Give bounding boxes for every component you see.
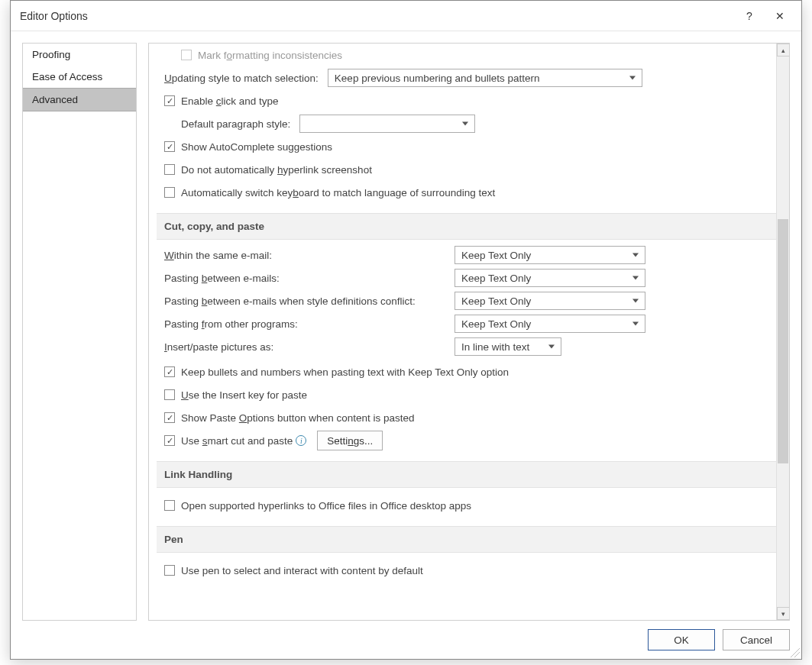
select-between-conflict[interactable]: Keep Text Only <box>455 292 645 310</box>
row-updating-style: Updating style to match selection: Keep … <box>157 66 776 89</box>
editor-options-dialog: Editor Options ? ✕ Proofing Ease of Acce… <box>10 0 802 660</box>
label-updating-style: Updating style to match selection: <box>164 73 319 84</box>
row-default-paragraph-style: Default paragraph style: <box>157 112 776 135</box>
row-mark-formatting: Mark formatting inconsistencies <box>157 44 776 66</box>
select-updating-style[interactable]: Keep previous numbering and bullets patt… <box>328 69 642 87</box>
label-smart-cut-paste: Use smart cut and paste <box>181 435 293 447</box>
label-between-conflict: Pasting between e-mails when style defin… <box>164 292 455 310</box>
section-cut-copy-paste: Cut, copy, and paste <box>157 213 776 240</box>
checkbox-auto-switch-keyboard[interactable] <box>164 187 175 198</box>
row-enable-click-type: Enable click and type <box>157 89 776 112</box>
checkbox-no-auto-hyperlink[interactable] <box>164 164 175 175</box>
row-show-autocomplete: Show AutoComplete suggestions <box>157 135 776 158</box>
label-within-same: Within the same e-mail: <box>164 247 455 264</box>
label-mark-formatting: Mark formatting inconsistencies <box>198 50 342 61</box>
checkbox-smart-cut-paste[interactable] <box>164 435 175 446</box>
sidebar-item-ease-of-access[interactable]: Ease of Access <box>23 66 136 88</box>
content-scroll: Mark formatting inconsistencies Updating… <box>149 44 776 620</box>
checkbox-show-autocomplete[interactable] <box>164 141 175 152</box>
row-no-auto-hyperlink: Do not automatically hyperlink screensho… <box>157 158 776 181</box>
select-between[interactable]: Keep Text Only <box>455 269 645 287</box>
sidebar-item-advanced[interactable]: Advanced <box>23 88 136 111</box>
cancel-button[interactable]: Cancel <box>723 629 790 650</box>
scroll-thumb[interactable] <box>778 219 788 463</box>
select-between-value: Keep Text Only <box>461 273 531 284</box>
info-icon[interactable]: i <box>296 435 306 446</box>
label-show-paste-options: Show Paste Options button when content i… <box>181 412 414 424</box>
help-button[interactable]: ? <box>734 4 765 28</box>
label-default-paragraph-style: Default paragraph style: <box>181 118 290 130</box>
checkbox-use-pen-select[interactable] <box>164 565 175 576</box>
label-use-pen-select: Use pen to select and interact with cont… <box>181 565 423 576</box>
label-show-autocomplete: Show AutoComplete suggestions <box>181 141 332 153</box>
select-within-same-value: Keep Text Only <box>461 250 531 261</box>
select-insert-pictures-value: In line with text <box>461 341 529 353</box>
select-from-other[interactable]: Keep Text Only <box>455 315 645 333</box>
select-within-same[interactable]: Keep Text Only <box>455 246 645 264</box>
ok-button[interactable]: OK <box>648 629 715 650</box>
settings-button[interactable]: Settings... <box>317 431 383 450</box>
checkbox-keep-bullets[interactable] <box>164 366 175 377</box>
label-open-hyperlinks-desktop: Open supported hyperlinks to Office file… <box>181 500 471 512</box>
checkbox-open-hyperlinks-desktop[interactable] <box>164 500 175 511</box>
dialog-body: Proofing Ease of Access Advanced Mark fo… <box>11 31 801 621</box>
label-keep-bullets: Keep bullets and numbers when pasting te… <box>181 366 509 378</box>
label-from-other: Pasting from other programs: <box>164 315 455 333</box>
label-between: Pasting between e-mails: <box>164 270 455 287</box>
sidebar-item-proofing[interactable]: Proofing <box>23 44 136 66</box>
select-between-conflict-value: Keep Text Only <box>461 295 531 307</box>
row-keep-bullets: Keep bullets and numbers when pasting te… <box>157 360 776 383</box>
checkbox-enable-click-type[interactable] <box>164 95 175 106</box>
label-auto-switch-keyboard: Automatically switch keyboard to match l… <box>181 187 495 199</box>
scroll-up-arrow[interactable]: ▴ <box>777 44 790 56</box>
paste-grid: Within the same e-mail: Keep Text Only P… <box>157 246 776 356</box>
label-use-insert-key: Use the Insert key for paste <box>181 389 307 401</box>
row-show-paste-options: Show Paste Options button when content i… <box>157 406 776 429</box>
checkbox-mark-formatting[interactable] <box>181 50 192 60</box>
section-link-handling: Link Handling <box>157 461 776 488</box>
close-icon: ✕ <box>775 10 785 22</box>
row-use-pen-select: Use pen to select and interact with cont… <box>157 559 776 582</box>
help-icon: ? <box>746 10 752 22</box>
content-area: Mark formatting inconsistencies Updating… <box>148 43 790 621</box>
label-insert-pictures: Insert/paste pictures as: <box>164 338 455 356</box>
section-pen: Pen <box>157 526 776 553</box>
row-auto-switch-keyboard: Automatically switch keyboard to match l… <box>157 181 776 204</box>
select-updating-style-value: Keep previous numbering and bullets patt… <box>335 73 540 84</box>
scroll-down-arrow[interactable]: ▾ <box>777 607 790 620</box>
checkbox-use-insert-key[interactable] <box>164 389 175 400</box>
label-enable-click-type: Enable click and type <box>181 95 279 107</box>
resize-grip[interactable] <box>791 648 800 657</box>
select-default-paragraph-style[interactable] <box>299 115 475 133</box>
row-use-insert-key: Use the Insert key for paste <box>157 383 776 406</box>
dialog-title: Editor Options <box>20 10 734 22</box>
sidebar: Proofing Ease of Access Advanced <box>22 43 137 621</box>
select-from-other-value: Keep Text Only <box>461 318 531 330</box>
row-open-hyperlinks-desktop: Open supported hyperlinks to Office file… <box>157 494 776 517</box>
select-insert-pictures[interactable]: In line with text <box>455 337 561 356</box>
checkbox-show-paste-options[interactable] <box>164 412 175 423</box>
titlebar: Editor Options ? ✕ <box>11 1 801 31</box>
label-no-auto-hyperlink: Do not automatically hyperlink screensho… <box>181 164 372 176</box>
dialog-footer: OK Cancel <box>11 621 801 659</box>
vertical-scrollbar[interactable]: ▴ ▾ <box>776 44 789 620</box>
close-button[interactable]: ✕ <box>765 4 795 28</box>
row-smart-cut-paste: Use smart cut and paste i Settings... <box>157 429 776 452</box>
